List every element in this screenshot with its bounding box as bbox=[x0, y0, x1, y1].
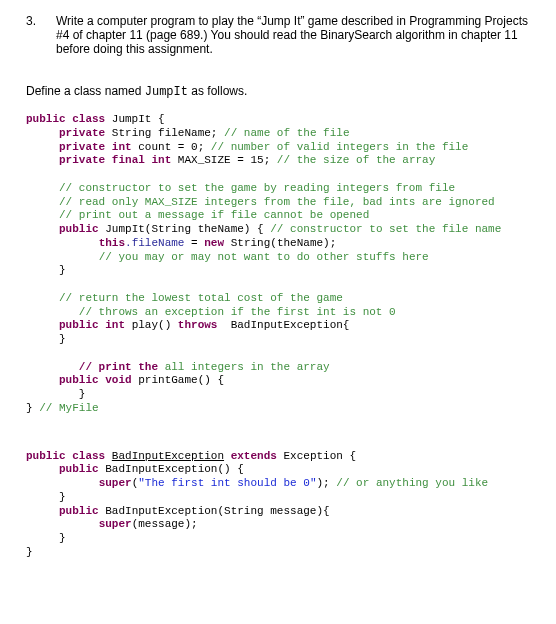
txt: count = 0; bbox=[132, 141, 211, 153]
txt: } bbox=[59, 532, 66, 544]
comment: // the size of the array bbox=[277, 154, 435, 166]
define-pre: Define a class named bbox=[26, 84, 145, 98]
question-text: Write a computer program to play the “Ju… bbox=[56, 14, 530, 56]
kw: public bbox=[59, 463, 99, 475]
kw: public class bbox=[26, 450, 105, 462]
kw: private bbox=[59, 127, 105, 139]
kw: public bbox=[59, 505, 99, 517]
kw: new bbox=[204, 237, 224, 249]
kw: private final int bbox=[59, 154, 171, 166]
txt: String fileName; bbox=[105, 127, 224, 139]
string-literal: "The first int should be 0" bbox=[138, 477, 316, 489]
comment: // read only MAX_SIZE integers from the … bbox=[59, 196, 495, 208]
comment: // number of valid integers in the file bbox=[211, 141, 468, 153]
comment: // you may or may not want to do other s… bbox=[99, 251, 429, 263]
txt: play() bbox=[125, 319, 178, 331]
kw: public void bbox=[59, 374, 132, 386]
txt: } bbox=[26, 402, 39, 414]
comment: // print out a message if file cannot be… bbox=[59, 209, 369, 221]
txt: } bbox=[26, 546, 33, 558]
kw: private int bbox=[59, 141, 132, 153]
comment: all integers in the array bbox=[158, 361, 330, 373]
txt: } bbox=[59, 333, 66, 345]
comment: // MyFile bbox=[39, 402, 98, 414]
comment: // throws an exception if the first int … bbox=[79, 306, 396, 318]
question-number: 3. bbox=[26, 14, 56, 56]
txt: = bbox=[184, 237, 204, 249]
txt bbox=[105, 450, 112, 462]
kw: public bbox=[59, 223, 99, 235]
txt: JumpIt { bbox=[105, 113, 164, 125]
txt: BadInputException{ bbox=[217, 319, 349, 331]
define-classname: JumpIt bbox=[145, 85, 188, 99]
txt: ); bbox=[316, 477, 336, 489]
kw: super bbox=[99, 477, 132, 489]
txt bbox=[224, 450, 231, 462]
field: .fileName bbox=[125, 237, 184, 249]
kw: public class bbox=[26, 113, 105, 125]
kw: public int bbox=[59, 319, 125, 331]
txt: Exception { bbox=[277, 450, 356, 462]
txt: (message); bbox=[132, 518, 198, 530]
txt: BadInputException() { bbox=[99, 463, 244, 475]
define-line: Define a class named JumpIt as follows. bbox=[26, 84, 530, 99]
define-post: as follows. bbox=[188, 84, 247, 98]
comment: // constructor to set the game by readin… bbox=[59, 182, 455, 194]
code-block-jumpit: public class JumpIt { private String fil… bbox=[26, 113, 530, 416]
txt: } bbox=[79, 388, 86, 400]
txt: JumpIt(String theName) { bbox=[99, 223, 271, 235]
kw: this bbox=[99, 237, 125, 249]
document-page: 3. Write a computer program to play the … bbox=[0, 0, 556, 574]
txt: printGame() { bbox=[132, 374, 224, 386]
kw: // print the bbox=[79, 361, 158, 373]
classname-ul: BadInputException bbox=[112, 450, 224, 462]
comment: // or anything you like bbox=[336, 477, 488, 489]
txt: } bbox=[59, 491, 66, 503]
kw: extends bbox=[231, 450, 277, 462]
kw: super bbox=[99, 518, 132, 530]
code-block-exception: public class BadInputException extends E… bbox=[26, 450, 530, 560]
txt: BadInputException(String message){ bbox=[99, 505, 330, 517]
kw: throws bbox=[178, 319, 218, 331]
comment: // return the lowest total cost of the g… bbox=[59, 292, 343, 304]
comment: // name of the file bbox=[224, 127, 349, 139]
comment: // constructor to set the file name bbox=[270, 223, 501, 235]
txt: String(theName); bbox=[224, 237, 336, 249]
txt: } bbox=[59, 264, 66, 276]
txt: MAX_SIZE = 15; bbox=[171, 154, 277, 166]
question-block: 3. Write a computer program to play the … bbox=[26, 14, 530, 56]
